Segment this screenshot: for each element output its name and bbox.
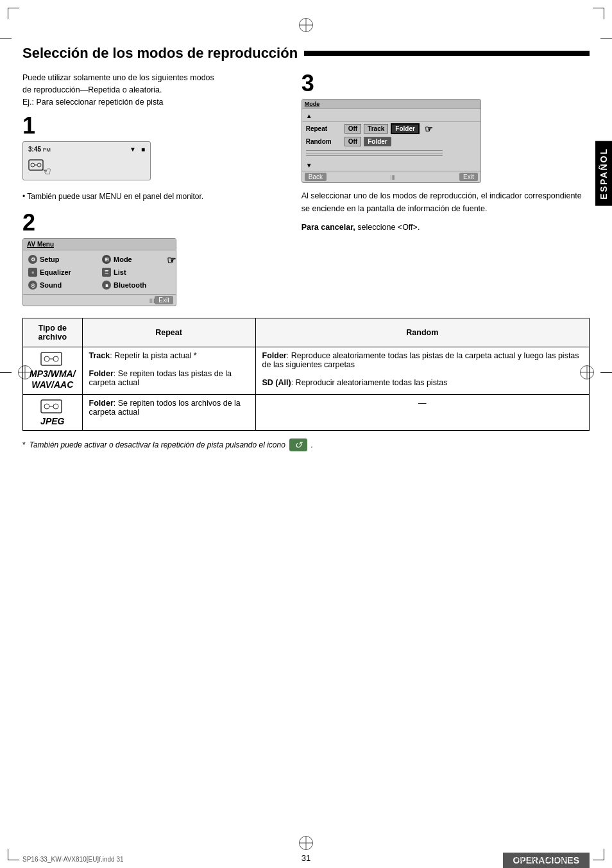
svg-point-9 <box>44 404 49 409</box>
step3-number: 3 <box>302 72 590 95</box>
file-type-jpeg: JPEG <box>23 394 83 430</box>
step1-screen: 3:45 PM ▼ ■ <box>22 141 151 180</box>
repeat-off-btn[interactable]: Off <box>344 124 361 134</box>
mode-icon: ⊞ <box>102 255 111 264</box>
jpeg-label: JPEG <box>30 416 76 426</box>
step1-icon-area: ☞ <box>28 158 46 173</box>
separator-lines <box>302 150 480 156</box>
av-menu-title: AV Menu <box>23 239 176 250</box>
language-sidebar: ESPAÑOL <box>595 141 612 206</box>
repeat-track-icon: ↺ <box>289 438 307 451</box>
mode-progress: |||| <box>390 174 395 180</box>
step1-controls: ▼ ■ <box>130 146 145 153</box>
av-menu-grid: ⚙ Setup ⊞ Mode ☞ ≡ Equalizer <box>23 250 176 294</box>
col-header-random: Random <box>255 318 589 347</box>
side-mark-right-mid <box>600 372 612 373</box>
folder-label-1: Folder <box>89 369 114 378</box>
av-menu-setup: ⚙ Setup <box>26 253 99 266</box>
mode-label: Mode <box>114 256 132 263</box>
col-header-file-type: Tipo dearchivo <box>23 318 83 347</box>
list-icon: ☰ <box>102 268 111 277</box>
intro-text: Puede utilizar solamente uno de los sigu… <box>22 72 289 108</box>
finger-cursor-2: ☞ <box>167 254 176 266</box>
footnote-period: . <box>311 440 313 449</box>
equalizer-label: Equalizer <box>40 268 71 276</box>
av-menu-footer: |||| Exit <box>23 294 176 306</box>
step1-screen-topbar: 3:45 PM ▼ ■ <box>28 146 145 153</box>
mode-footer: Back |||| Exit <box>302 171 480 182</box>
corner-mark-br <box>593 849 604 860</box>
bluetooth-icon: ʙ <box>102 281 111 290</box>
info-table: Tipo dearchivo Repeat Random MP3/WMA <box>22 318 590 431</box>
mode-title-label: Mode <box>305 101 320 107</box>
mode-exit-btn[interactable]: Exit <box>459 173 478 181</box>
random-label: Random <box>306 138 344 145</box>
progress-bar-area: |||| <box>149 296 155 304</box>
intro-line3: Ej.: Para seleccionar repetición de pist… <box>22 98 164 107</box>
crosshair-top <box>299 18 313 32</box>
random-off-btn[interactable]: Off <box>344 137 361 146</box>
mode-repeat-row: Repeat Off Track Folder ☞ <box>302 122 480 135</box>
sound-label: Sound <box>40 281 62 289</box>
av-menu-bluetooth: ʙ Bluetooth <box>99 279 173 291</box>
mp3-label: MP3/WMA/WAV/AAC <box>30 369 76 390</box>
setup-label: Setup <box>40 256 60 263</box>
corner-mark-tr <box>593 8 604 19</box>
col-header-repeat: Repeat <box>82 318 255 347</box>
setup-icon: ⚙ <box>28 255 37 264</box>
repeat-label: Repeat <box>306 125 344 132</box>
side-mark-left-top <box>0 39 12 39</box>
av-menu-equalizer: ≡ Equalizer <box>26 266 99 279</box>
mode-scroll-down: ▼ <box>302 159 480 171</box>
intro-line1: Puede utilizar solamente uno de los sigu… <box>22 73 214 82</box>
footnote-asterisk: * <box>22 440 26 449</box>
table-row-jpeg: JPEG Folder: Se repiten todos los archiv… <box>23 394 590 430</box>
table-row-mp3: MP3/WMA/WAV/AAC Track: Repetir la pista … <box>23 347 590 395</box>
page-title: Selección de los modos de reproducción <box>22 45 590 64</box>
mode-back-btn[interactable]: Back <box>305 173 327 181</box>
repeat-track-btn[interactable]: Track <box>364 124 388 134</box>
corner-mark-bl <box>8 849 19 860</box>
random-folder-btn[interactable]: Folder <box>364 137 391 146</box>
right-column: 3 Mode ▲ Repeat Off Track Folder ☞ <box>302 72 590 306</box>
mp3-icon <box>40 351 65 367</box>
step3-description: Al seleccionar uno de los modos de repro… <box>302 189 590 215</box>
jpeg-icon <box>40 399 65 414</box>
sd-all-label: SD (All) <box>262 378 291 387</box>
repeat-folder-btn[interactable]: Folder <box>391 123 420 134</box>
time-display: 3:45 PM <box>28 146 51 153</box>
svg-point-5 <box>44 356 49 361</box>
finger-cursor-1: ☞ <box>41 164 51 178</box>
print-info-left: SP16-33_KW-AVX810[EU]f.indd 31 <box>22 856 124 863</box>
step2-number: 2 <box>22 211 289 234</box>
av-menu-sound: ◎ Sound <box>26 279 99 291</box>
mode-random-row: Random Off Folder <box>302 135 480 148</box>
left-column: Puede utilizar solamente uno de los sigu… <box>22 72 289 306</box>
crosshair-bottom <box>299 836 313 850</box>
av-menu-mode: ⊞ Mode ☞ <box>99 253 173 266</box>
sound-icon: ◎ <box>28 281 37 290</box>
step1-note: También puede usar MENU en el panel del … <box>22 191 289 202</box>
cancel-label: Para cancelar, <box>302 223 355 232</box>
cancel-text: Para cancelar, seleccione <Off>. <box>302 223 590 232</box>
corner-mark-tl <box>8 8 19 19</box>
footnote-text: También puede activar o desactivar la re… <box>30 440 285 449</box>
cancel-action: seleccione <Off>. <box>357 223 420 232</box>
repeat-mp3-cell: Track: Repetir la pista actual * Folder:… <box>82 347 255 395</box>
folder-label-3: Folder <box>89 399 114 408</box>
print-info-right: 30/1/08 4:14:15 pm <box>515 856 570 863</box>
svg-point-1 <box>31 163 35 167</box>
step1-main-row: ☞ <box>28 155 145 176</box>
random-jpeg-cell: — <box>255 394 589 430</box>
folder-label-2: Folder <box>262 351 287 360</box>
mode-screen-header: Mode <box>302 100 480 109</box>
footnote: * También puede activar o desactivar la … <box>22 438 590 451</box>
file-type-mp3: MP3/WMA/WAV/AAC <box>23 347 83 395</box>
finger-cursor-3: ☞ <box>425 124 433 134</box>
side-mark-right-top <box>600 39 612 39</box>
pm-label: PM <box>43 147 51 153</box>
intro-line2: de reproducción—Repetida o aleatoria. <box>22 85 162 94</box>
av-exit-btn[interactable]: Exit <box>155 296 173 304</box>
list-label: List <box>114 268 126 276</box>
step3-screen: Mode ▲ Repeat Off Track Folder ☞ Random … <box>302 99 481 183</box>
